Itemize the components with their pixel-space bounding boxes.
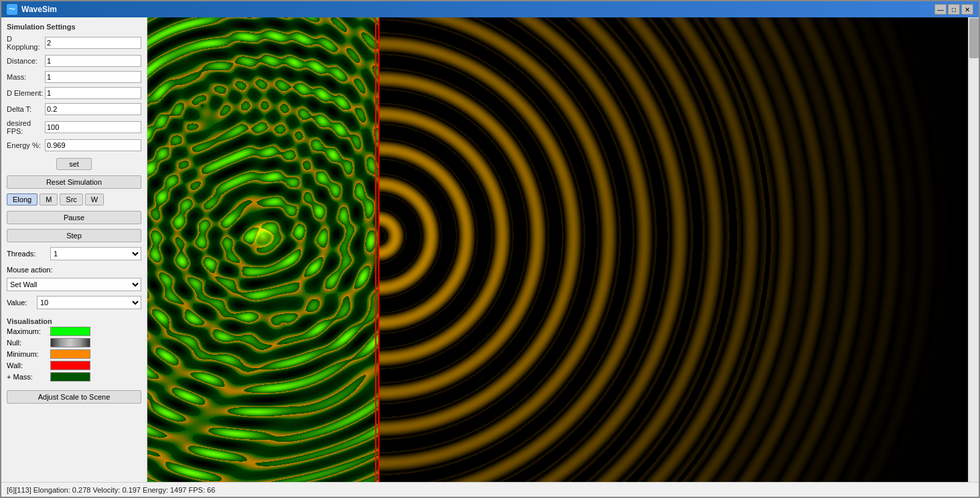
step-button[interactable]: Step: [7, 229, 141, 242]
desired-fps-row: desired FPS:: [7, 119, 141, 135]
mass-color-swatch[interactable]: [50, 372, 90, 382]
w-button[interactable]: W: [85, 193, 104, 205]
mass-label: Mass:: [7, 73, 45, 81]
delta-t-label: Delta T:: [7, 105, 45, 113]
delta-t-row: Delta T:: [7, 103, 141, 115]
wall-color-swatch[interactable]: [50, 361, 90, 370]
threads-select[interactable]: 1 2 4 8: [50, 247, 141, 260]
maximum-label: Maximum:: [7, 327, 50, 335]
threads-row: Threads: 1 2 4 8: [7, 247, 141, 260]
null-row: Null:: [7, 338, 141, 347]
window-title: WaveSim: [21, 5, 57, 14]
value-label: Value:: [7, 299, 37, 307]
wall-label: Wall:: [7, 361, 50, 369]
distance-row: Distance:: [7, 55, 141, 67]
src-button[interactable]: Src: [60, 193, 83, 205]
mass-row: + Mass:: [7, 372, 141, 382]
null-color-swatch[interactable]: [50, 338, 90, 347]
maximum-color-swatch[interactable]: [50, 327, 90, 336]
mouse-action-label: Mouse action:: [7, 266, 141, 274]
visualisation-title: Visualisation: [7, 317, 141, 325]
reset-simulation-button[interactable]: Reset Simulation: [7, 175, 141, 189]
desired-fps-input[interactable]: [45, 121, 141, 133]
title-bar: 〜 WaveSim — □ ✕: [1, 1, 979, 17]
d-kopplung-row: D Kopplung:: [7, 35, 141, 51]
d-element-input[interactable]: [45, 87, 141, 99]
main-window: 〜 WaveSim — □ ✕ Simulation Settings D Ko…: [0, 0, 980, 498]
visualisation-section: Visualisation Maximum: Null: Minimum: Wa…: [7, 317, 141, 384]
divider-line: [375, 17, 376, 482]
energy-percent-row: Energy %:: [7, 139, 141, 151]
d-element-label: D Element:: [7, 89, 45, 97]
delta-t-input[interactable]: [45, 103, 141, 115]
distance-label: Distance:: [7, 57, 45, 65]
threads-label: Threads:: [7, 250, 50, 258]
minimum-row: Minimum:: [7, 349, 141, 359]
m-button[interactable]: M: [40, 193, 58, 205]
minimum-label: Minimum:: [7, 350, 50, 358]
minimize-button[interactable]: —: [934, 4, 947, 15]
set-button[interactable]: set: [56, 158, 92, 170]
d-element-row: D Element:: [7, 87, 141, 99]
status-text: [6][113] Elongation: 0.278 Velocity: 0.1…: [7, 486, 215, 494]
elong-button[interactable]: Elong: [7, 193, 38, 205]
minimum-color-swatch[interactable]: [50, 349, 90, 359]
d-kopplung-input[interactable]: [45, 37, 141, 49]
mass-row: Mass:: [7, 71, 141, 83]
value-select[interactable]: 5 10 15 20: [37, 296, 141, 309]
pause-button[interactable]: Pause: [7, 211, 141, 224]
mode-buttons: Elong M Src W: [7, 193, 141, 205]
desired-fps-label: desired FPS:: [7, 119, 45, 135]
mass-input[interactable]: [45, 71, 141, 83]
mass-label-vis: + Mass:: [7, 373, 50, 381]
wall-row: Wall:: [7, 361, 141, 370]
close-button[interactable]: ✕: [961, 4, 973, 15]
energy-percent-input[interactable]: [45, 139, 141, 151]
energy-percent-label: Energy %:: [7, 141, 45, 149]
sidebar: Simulation Settings D Kopplung: Distance…: [1, 17, 147, 482]
scrollbar-thumb[interactable]: [969, 18, 979, 58]
status-bar: [6][113] Elongation: 0.278 Velocity: 0.1…: [1, 482, 979, 497]
main-content: Simulation Settings D Kopplung: Distance…: [1, 17, 979, 482]
simulation-settings-title: Simulation Settings: [7, 23, 141, 31]
vertical-scrollbar[interactable]: [968, 17, 979, 482]
maximize-button[interactable]: □: [948, 4, 960, 15]
adjust-scale-button[interactable]: Adjust Scale to Scene: [7, 390, 141, 404]
simulation-area[interactable]: [147, 17, 979, 482]
maximum-row: Maximum:: [7, 327, 141, 336]
null-label: Null:: [7, 339, 50, 347]
title-bar-buttons: — □ ✕: [934, 4, 973, 15]
wave-canvas[interactable]: [147, 17, 979, 482]
value-row: Value: 5 10 15 20: [7, 296, 141, 309]
app-icon: 〜: [7, 4, 17, 15]
d-kopplung-label: D Kopplung:: [7, 35, 45, 51]
mouse-action-select[interactable]: Set Wall Set Source Set Mass: [7, 278, 141, 291]
distance-input[interactable]: [45, 55, 141, 67]
title-bar-left: 〜 WaveSim: [7, 4, 57, 15]
